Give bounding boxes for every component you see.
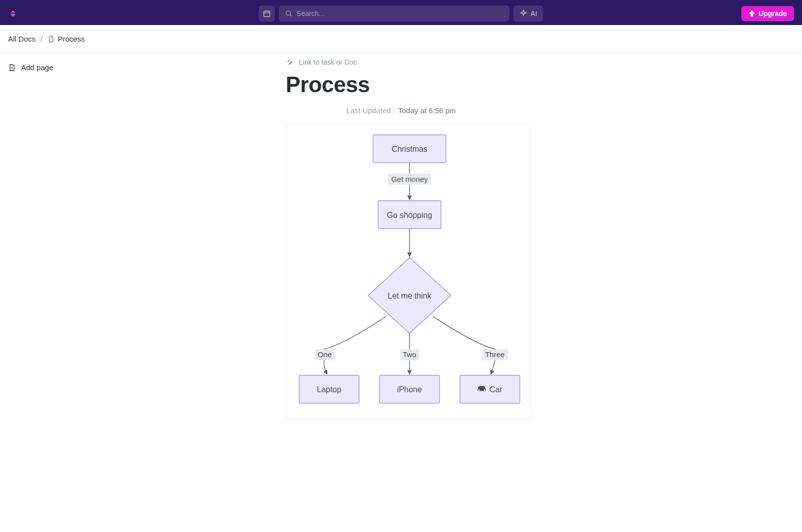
upgrade-button[interactable]: Upgrade xyxy=(741,6,794,21)
breadcrumb-separator: / xyxy=(41,35,43,43)
ai-icon xyxy=(519,10,527,18)
breadcrumb: All Docs / Process xyxy=(0,25,802,53)
search-icon xyxy=(285,10,292,18)
svg-line-5 xyxy=(290,15,292,17)
doc-icon xyxy=(48,36,55,43)
main: Add page Link to task or Doc Process Las… xyxy=(0,53,802,532)
edge-one-label: One xyxy=(318,350,332,359)
svg-rect-0 xyxy=(264,11,270,17)
node-iphone-label: iPhone xyxy=(397,385,422,394)
edge-get-money-label: Get money xyxy=(391,175,428,183)
add-page-label: Add page xyxy=(21,63,53,72)
add-page-icon xyxy=(8,64,16,72)
topbar-right: Upgrade xyxy=(741,6,794,21)
edge-two-label: Two xyxy=(403,350,416,359)
add-page-button[interactable]: Add page xyxy=(8,63,102,72)
node-laptop-label: Laptop xyxy=(317,385,341,394)
last-updated-label: Last Updated: xyxy=(346,106,393,115)
content: Link to task or Doc Process Last Updated… xyxy=(110,53,802,532)
link-to-task-button[interactable]: Link to task or Doc xyxy=(286,58,566,66)
edge-three-label: Three xyxy=(485,350,505,359)
svg-point-4 xyxy=(286,11,291,16)
upgrade-icon xyxy=(748,10,755,17)
topbar-center: AI xyxy=(259,6,543,22)
last-updated: Last Updated: Today at 6:56 pm xyxy=(278,106,524,115)
breadcrumb-current[interactable]: Process xyxy=(48,35,85,43)
search-input[interactable] xyxy=(297,10,504,18)
ai-button[interactable]: AI xyxy=(513,6,543,22)
node-think-label: Let me think xyxy=(388,292,432,300)
diagram-card[interactable]: Christmas Get money Go shopping Let me t… xyxy=(286,124,531,419)
node-shopping-label: Go shopping xyxy=(387,211,432,219)
search-bar[interactable] xyxy=(279,6,509,22)
node-car-label: Car xyxy=(489,385,502,394)
link-to-task-label: Link to task or Doc xyxy=(299,58,357,66)
ai-label: AI xyxy=(530,10,537,18)
sidebar: Add page xyxy=(0,53,110,532)
breadcrumb-current-label: Process xyxy=(58,35,85,43)
last-updated-value: Today at 6:56 pm xyxy=(398,106,456,115)
calendar-button[interactable] xyxy=(259,6,275,22)
flowchart-diagram: Christmas Get money Go shopping Let me t… xyxy=(292,130,525,411)
upgrade-label: Upgrade xyxy=(758,10,787,18)
topbar: AI Upgrade xyxy=(0,0,802,25)
link-icon xyxy=(286,58,294,66)
app-logo[interactable] xyxy=(8,9,18,19)
breadcrumb-root[interactable]: All Docs xyxy=(8,35,36,43)
doc-title[interactable]: Process xyxy=(286,72,566,97)
node-christmas-label: Christmas xyxy=(391,145,428,153)
